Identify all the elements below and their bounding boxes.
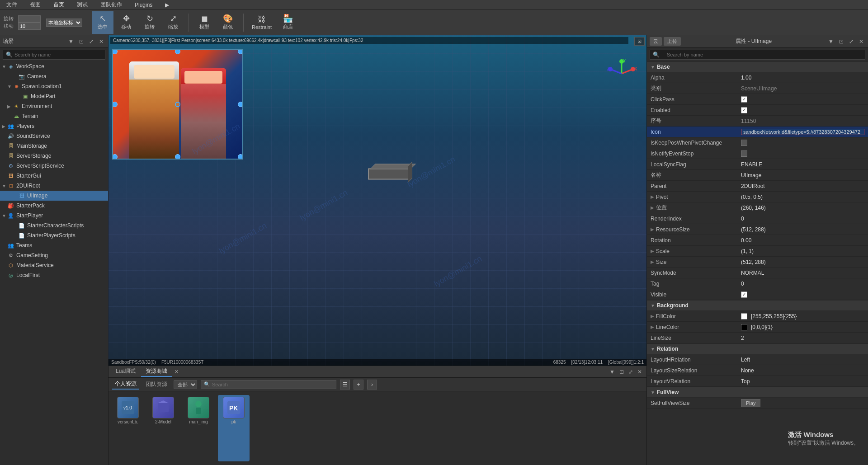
scene-filter-btn[interactable]: ▼ — [66, 38, 75, 46]
handle-br[interactable] — [238, 154, 243, 160]
tree-item-camera[interactable]: 📷 Camera — [0, 71, 108, 81]
asset-item-model[interactable]: 2-Model — [147, 395, 179, 461]
tree-item-env[interactable]: ▶ ☀ Environment — [0, 101, 108, 111]
prop-notifyevent[interactable]: IsNotifyEventStop — [647, 148, 868, 159]
tree-item-teams[interactable]: 👥 Teams — [0, 240, 108, 250]
subtab-personal[interactable]: 个人资源 — [112, 379, 139, 390]
props-search-input[interactable] — [664, 50, 868, 59]
scene-search-input[interactable] — [14, 52, 102, 57]
prop-size[interactable]: ▶ Size (512, 288) — [647, 257, 868, 268]
prop-visible[interactable]: Visible ✓ — [647, 289, 868, 300]
tree-item-material[interactable]: ⬡ MaterialService — [0, 260, 108, 270]
tree-item-terrain[interactable]: ⛰ Terrain — [0, 111, 108, 121]
tree-item-uiimage[interactable]: 🖼 UIImage — [0, 191, 108, 201]
scene-dock-btn[interactable]: ⊡ — [77, 38, 85, 46]
prop-pivot[interactable]: ▶ Pivot (0.5, 0.5) — [647, 192, 868, 202]
handle-tl[interactable] — [112, 49, 118, 54]
rotate-button[interactable]: ↻ 旋转 — [139, 11, 160, 34]
section-background-header[interactable]: ▼ Background — [647, 300, 868, 311]
bottom-panel-close-btn[interactable]: ✕ — [636, 368, 644, 376]
coordinate-select[interactable]: 本地坐标标 — [46, 19, 82, 27]
menu-play[interactable]: ▶ — [162, 1, 172, 9]
tree-item-workspace[interactable]: ▼ ◈ WorkSpace — [0, 61, 108, 71]
menu-home[interactable]: 首页 — [51, 0, 67, 9]
color-button[interactable]: 🎨 颜色 — [217, 11, 239, 34]
clickpass-checkbox[interactable]: ✓ — [741, 96, 747, 103]
handle-tc[interactable] — [175, 49, 180, 54]
upload-button[interactable]: 上传 — [664, 37, 681, 46]
asset-filter-select[interactable]: 全部 — [174, 380, 197, 389]
tree-item-starterchar[interactable]: 📄 StarterCharacterScripts — [0, 221, 108, 230]
restraint-button[interactable]: ⛓ Restraint — [248, 11, 275, 34]
subtab-team[interactable]: 团队资源 — [143, 380, 170, 389]
bottom-panel-filter-btn[interactable]: ▼ — [608, 368, 617, 376]
tree-item-serverscript[interactable]: ⚙ ServerScriptService — [0, 161, 108, 171]
prop-resourcesize[interactable]: ▶ ResourceSize (512, 288) — [647, 224, 868, 235]
tree-item-starterpack[interactable]: 🎒 StarterPack — [0, 201, 108, 211]
section-fullview-header[interactable]: ▼ FullView — [647, 387, 868, 398]
asset-item-pk[interactable]: PK pk — [218, 395, 250, 461]
prop-scale[interactable]: ▶ Scale (1, 1) — [647, 246, 868, 257]
prop-enabled[interactable]: Enabled ✓ — [647, 105, 868, 116]
tree-item-2duiroot[interactable]: ▼ ⊞ 2DUIRoot — [0, 181, 108, 191]
prop-keeppos[interactable]: IsKeepPosWhenPivotChange — [647, 137, 868, 148]
prop-position[interactable]: ▶ 位置 (260, 146) — [647, 202, 868, 213]
asset-item-version[interactable]: v1.0 versionLb. — [112, 395, 144, 461]
notifyevent-checkbox[interactable] — [741, 150, 747, 157]
tree-item-localfirst[interactable]: ◎ LocalFirst — [0, 270, 108, 280]
tree-item-sound[interactable]: 🔊 SoundService — [0, 131, 108, 141]
play-button[interactable]: Play — [741, 399, 760, 407]
tree-item-serverstorage[interactable]: 🗄 ServerStorage — [0, 151, 108, 161]
props-dock-btn[interactable]: ⊡ — [837, 38, 845, 46]
move-button[interactable]: ✥ 移动 — [115, 11, 137, 34]
bottom-panel-dock-btn[interactable]: ⊡ — [618, 368, 626, 376]
keeppos-checkbox[interactable] — [741, 140, 747, 146]
enabled-checkbox[interactable]: ✓ — [741, 107, 747, 113]
scale-button[interactable]: ⤢ 缩放 — [162, 11, 184, 34]
menu-collab[interactable]: 团队创作 — [98, 0, 125, 9]
tab-asset-store[interactable]: 资源商城 — [141, 366, 172, 377]
shop-button[interactable]: 🏪 商店 — [277, 11, 299, 34]
prop-icon[interactable]: Icon sandboxNetworkId&filetype=5://87328… — [647, 127, 868, 137]
section-base-header[interactable]: ▼ Base — [647, 61, 868, 72]
asset-add-btn[interactable]: + — [354, 380, 363, 390]
menu-view[interactable]: 视图 — [27, 0, 43, 9]
scene-popout-btn[interactable]: ⤢ — [87, 38, 95, 46]
cloud-button[interactable]: 云 — [650, 37, 662, 46]
tree-item-startergui[interactable]: 🖼 StarterGui — [0, 171, 108, 181]
menu-plugins[interactable]: Plugins — [132, 1, 155, 9]
model-button[interactable]: ◼ 模型 — [193, 11, 215, 34]
handle-bl[interactable] — [112, 154, 118, 160]
bottom-panel-popout-btn[interactable]: ⤢ — [627, 368, 635, 376]
tree-item-starterplayerscripts[interactable]: 📄 StarterPlayerScripts — [0, 230, 108, 240]
menu-file[interactable]: 文件 — [4, 0, 20, 9]
prop-linecolor[interactable]: ▶ LineColor [0,0,0]{1} — [647, 322, 868, 333]
select-button[interactable]: ↖ 选中 — [92, 11, 113, 34]
props-close-btn[interactable]: ✕ — [857, 38, 865, 46]
props-filter-btn[interactable]: ▼ — [826, 38, 835, 46]
preview-window[interactable] — [112, 49, 243, 160]
tree-item-players[interactable]: ▶ 👥 Players — [0, 121, 108, 131]
asset-item-man[interactable]: man_img — [183, 395, 214, 461]
asset-search-input[interactable] — [212, 382, 333, 387]
visible-checkbox[interactable]: ✓ — [741, 291, 747, 298]
rotate-input[interactable] — [18, 15, 41, 23]
tree-item-mainstorage[interactable]: 🗄 MainStorage — [0, 141, 108, 151]
section-relation-header[interactable]: ▼ Relation — [647, 343, 868, 354]
prop-clickpass[interactable]: ClickPass ✓ — [647, 94, 868, 105]
viewport-fullscreen-btn[interactable]: ⊡ — [634, 37, 645, 46]
asset-list-view-btn[interactable]: ☰ — [340, 380, 350, 390]
tree-item-gamesetting[interactable]: ⚙ GameSetting — [0, 250, 108, 260]
scene-close-btn[interactable]: ✕ — [97, 38, 105, 46]
prop-fillcolor[interactable]: ▶ FillColor [255,255,255]{255} — [647, 311, 868, 322]
close-bottom-tab[interactable]: ✕ — [175, 369, 179, 375]
handle-mr[interactable] — [238, 102, 243, 107]
pivot-handle[interactable] — [175, 102, 180, 107]
move-input[interactable] — [18, 23, 41, 30]
props-popout-btn[interactable]: ⤢ — [847, 38, 855, 46]
tab-lua[interactable]: Lua调试 — [111, 366, 140, 377]
asset-next-btn[interactable]: › — [367, 380, 377, 390]
handle-bc[interactable] — [175, 154, 180, 160]
handle-ml[interactable] — [112, 102, 118, 107]
tree-item-startplayer[interactable]: ▼ 👤 StartPlayer — [0, 211, 108, 221]
